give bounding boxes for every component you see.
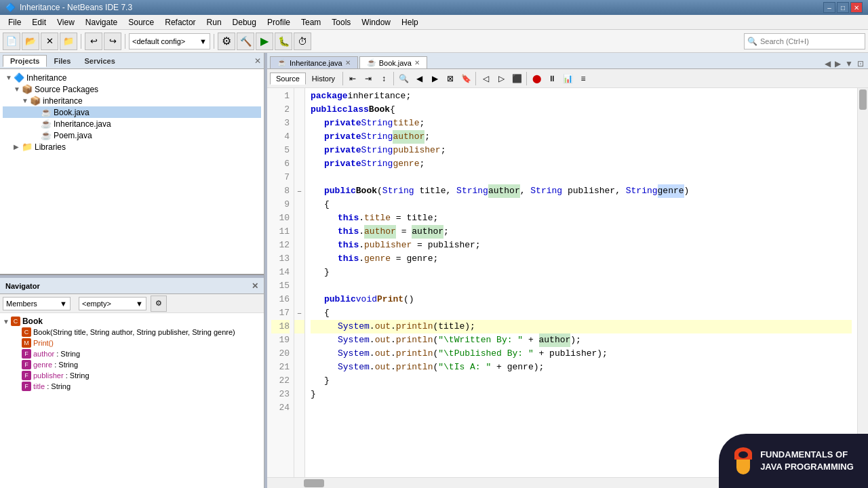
book-java-label: Book.java [54, 108, 90, 117]
src-prev-bm-button[interactable]: ◁ [478, 71, 493, 86]
search-input[interactable] [760, 37, 862, 45]
src-sep-2 [393, 72, 394, 85]
files-tab[interactable]: Files [47, 56, 77, 66]
src-pkg-expand-icon[interactable]: ▼ [14, 85, 22, 93]
nav-options-button[interactable]: ⚙ [151, 296, 167, 312]
nav-class-book-label: Book [22, 317, 43, 326]
services-tab[interactable]: Services [78, 56, 122, 66]
minimize-button[interactable]: – [823, 2, 835, 13]
nav-constructor-label: Book(String title, String author, String… [33, 328, 235, 336]
book-tab-close[interactable]: ✕ [414, 59, 420, 66]
members-dropdown[interactable]: Members ▼ [3, 297, 71, 310]
editor-scrollbar[interactable] [857, 88, 868, 477]
src-list-button[interactable]: ≡ [576, 71, 591, 86]
src-toggle-button[interactable]: ↕ [376, 71, 391, 86]
libraries-expand-icon[interactable]: ▶ [14, 143, 22, 150]
src-next-bm-button[interactable]: ▷ [494, 71, 509, 86]
src-bookmarks-button[interactable]: 🔖 [458, 71, 473, 86]
nav-constructor-book[interactable]: C Book(String title, String author, Stri… [3, 327, 261, 338]
run-button[interactable]: ▶ [256, 33, 273, 50]
menu-run[interactable]: Run [201, 16, 227, 28]
menu-debug[interactable]: Debug [227, 16, 262, 28]
menu-edit[interactable]: Edit [26, 16, 52, 28]
src-search-button[interactable]: 🔍 [396, 71, 411, 86]
tree-libraries-item[interactable]: ▶ 📁 Libraries [3, 141, 261, 152]
config-dropdown[interactable]: <default config> ▼ [129, 33, 210, 49]
menu-navigate[interactable]: Navigate [80, 16, 123, 28]
panel-close-button[interactable]: ✕ [254, 56, 261, 66]
nav-method-print[interactable]: M Print() [3, 338, 261, 348]
code-line-5: private String publisher; [311, 144, 852, 157]
history-tab[interactable]: History [307, 73, 340, 84]
code-line-15 [311, 279, 852, 293]
tree-inheritance-java-item[interactable]: ☕ Inheritance.java [3, 118, 261, 129]
code-content[interactable]: package inheritance; public class Book {… [305, 88, 857, 477]
navigator-panel: Navigator ✕ Members ▼ <empty> ▼ ⚙ ▼ [0, 278, 264, 488]
inheritance-java-label: Inheritance.java [54, 119, 111, 129]
menu-file[interactable]: File [3, 16, 26, 28]
build-button[interactable]: ⚙ [218, 33, 235, 50]
tree-source-packages-item[interactable]: ▼ 📦 Source Packages [3, 83, 261, 95]
menu-profile[interactable]: Profile [262, 16, 296, 28]
navigator-close-button[interactable]: ✕ [252, 281, 258, 291]
src-fwd-button[interactable]: ⇥ [361, 71, 376, 86]
new-project-button[interactable]: 📄 [3, 33, 20, 50]
projects-tab[interactable]: Projects [3, 55, 47, 67]
src-stop-button[interactable]: ⬤ [529, 71, 544, 86]
nav-field-genre[interactable]: F genre : String [3, 359, 261, 370]
tab-restore-button[interactable]: ⊡ [856, 59, 865, 68]
menu-window[interactable]: Window [356, 16, 396, 28]
src-toggle2-button[interactable]: ⊠ [443, 71, 458, 86]
package-icon: 📦 [30, 96, 41, 106]
src-next-button[interactable]: ▶ [427, 71, 442, 86]
menu-tools[interactable]: Tools [326, 16, 356, 28]
clean-build-button[interactable]: 🔨 [237, 33, 254, 50]
source-tab[interactable]: Source [270, 73, 306, 85]
menu-team[interactable]: Team [296, 16, 326, 28]
nav-class-book[interactable]: ▼ C Book [3, 316, 261, 327]
tab-next-button[interactable]: ▶ [833, 59, 842, 68]
code-line-20: System.out.println("\tPublished By: " + … [311, 347, 852, 361]
nav-field-publisher[interactable]: F publisher : String [3, 370, 261, 381]
src-chart-button[interactable]: 📊 [560, 71, 575, 86]
tab-dropdown-button[interactable]: ▼ [844, 59, 854, 68]
inheritance-tab-close[interactable]: ✕ [345, 59, 351, 66]
poem-java-icon: ☕ [41, 130, 52, 140]
author-field-icon: F [22, 349, 31, 359]
debug-button[interactable]: 🐛 [275, 33, 292, 50]
menu-view[interactable]: View [52, 16, 80, 28]
tree-root-item[interactable]: ▼ 🔷 Inheritance [3, 72, 261, 83]
open-project-button[interactable]: 📂 [22, 33, 39, 50]
maximize-button[interactable]: □ [837, 2, 849, 13]
tab-prev-button[interactable]: ◀ [823, 59, 832, 68]
branding-text: FUNDAMENTALS OF JAVA PROGRAMMING [760, 449, 854, 473]
book-java-tab[interactable]: ☕ Book.java ✕ [359, 56, 427, 68]
close-project-button[interactable]: ✕ [41, 33, 58, 50]
tree-book-java-item[interactable]: ☕ Book.java [3, 106, 261, 118]
tree-inheritance-pkg-item[interactable]: ▼ 📦 inheritance [3, 95, 261, 106]
src-prev-button[interactable]: ◀ [412, 71, 427, 86]
menu-refactor[interactable]: Refactor [159, 16, 201, 28]
root-expand-icon[interactable]: ▼ [5, 74, 14, 81]
open-file-button[interactable]: 📁 [60, 33, 77, 50]
profile-button[interactable]: ⏱ [294, 33, 311, 50]
class-expand-icon[interactable]: ▼ [3, 318, 9, 325]
inheritance-java-tab[interactable]: ☕ Inheritance.java ✕ [270, 56, 358, 68]
tree-poem-java-item[interactable]: ☕ Poem.java [3, 129, 261, 141]
genre-field-icon: F [22, 360, 31, 369]
navigator-header: Navigator ✕ [0, 278, 264, 294]
nav-field-author[interactable]: F author : String [3, 348, 261, 359]
menu-help[interactable]: Help [396, 16, 424, 28]
menu-source[interactable]: Source [123, 16, 159, 28]
redo-button[interactable]: ↪ [104, 33, 121, 50]
undo-button[interactable]: ↩ [85, 33, 102, 50]
nav-publisher-label: publisher : String [33, 371, 90, 380]
chevron-down-icon: ▼ [199, 37, 207, 45]
nav-field-title[interactable]: F title : String [3, 381, 261, 392]
src-back-button[interactable]: ⇤ [345, 71, 360, 86]
close-button[interactable]: ✕ [850, 2, 863, 13]
inheritance-pkg-expand-icon[interactable]: ▼ [22, 97, 30, 104]
empty-dropdown[interactable]: <empty> ▼ [79, 297, 146, 310]
src-pause-button[interactable]: ⏸ [545, 71, 559, 86]
src-toggle3-button[interactable]: ⬛ [509, 71, 524, 86]
